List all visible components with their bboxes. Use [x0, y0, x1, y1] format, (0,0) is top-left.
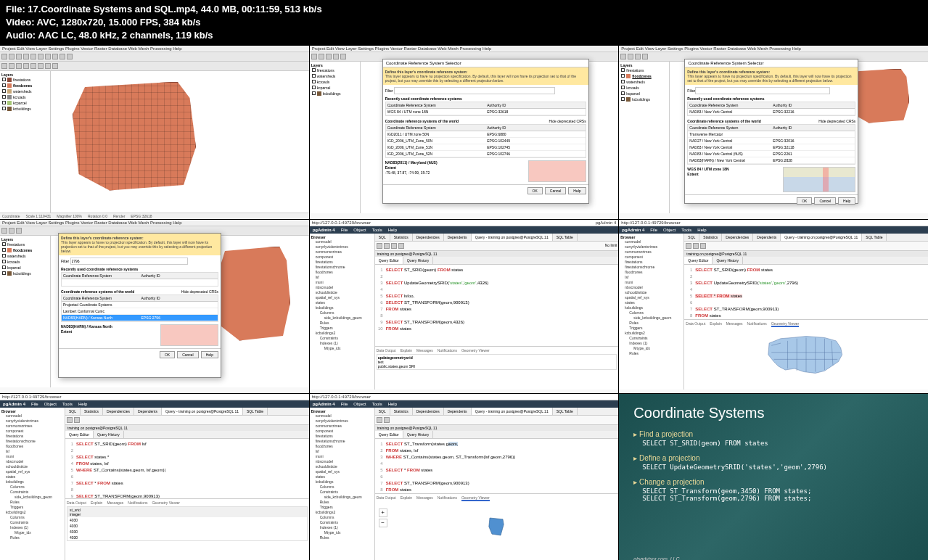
zoom-out-button[interactable]: − — [379, 519, 387, 527]
tab-deps[interactable]: Dependencies — [103, 408, 134, 415]
tree-item[interactable]: commonscrimes — [311, 424, 373, 429]
tree-item[interactable]: floodzones — [311, 444, 373, 449]
table-row[interactable]: IGD_2006_UTM_Zone_50NEPSG:102449 — [386, 138, 586, 144]
layer-item[interactable]: watersheds — [1, 253, 49, 259]
toolbar-icon[interactable] — [1, 63, 7, 69]
tab-history[interactable]: Query History — [94, 431, 124, 438]
tab-stats[interactable]: Statistics — [699, 234, 722, 241]
checkbox-icon[interactable] — [2, 248, 6, 252]
toolbar-icon[interactable] — [30, 63, 36, 69]
tree-item[interactable]: Indexes (1) — [1, 525, 63, 530]
toolbar-icon[interactable] — [30, 54, 36, 59]
tree-item[interactable]: commonscrimes — [620, 250, 682, 255]
layer-item[interactable]: floodzones — [620, 73, 668, 79]
layer-item[interactable]: watersheds — [1, 88, 49, 94]
tab-sqltable[interactable]: SQL Table — [243, 408, 268, 415]
tab-history[interactable]: Query History — [403, 431, 434, 438]
tab-editor[interactable]: Query Editor — [375, 431, 403, 438]
tree-item[interactable]: Columns — [311, 485, 373, 490]
menu-object[interactable]: Object — [353, 228, 366, 232]
world-crs-table[interactable]: Coordinate Reference SystemAuthority ID … — [687, 124, 855, 165]
tab-history[interactable]: Query History — [713, 257, 743, 264]
layers-panel[interactable]: Layers firestations floodzones watershed… — [0, 236, 51, 387]
tree-item[interactable]: Triggers — [311, 505, 373, 510]
tree-item[interactable]: lsf — [1, 449, 63, 454]
tree-item[interactable]: nbscmodel — [1, 459, 63, 464]
checkbox-icon[interactable] — [621, 68, 625, 72]
tree-item[interactable]: commonscrimes — [311, 250, 373, 255]
toolbar-icon[interactable] — [16, 54, 22, 59]
checkbox-icon[interactable] — [2, 260, 6, 263]
output-tab[interactable]: Data Output — [67, 501, 86, 505]
menu-object[interactable]: Object — [353, 402, 366, 406]
query-toolbar[interactable] — [375, 416, 619, 425]
cancel-button[interactable]: Cancel — [177, 351, 199, 358]
qgis-menubar[interactable]: Project Edit View Layer Settings Plugins… — [0, 46, 309, 52]
tree-item[interactable]: firestationschrome — [311, 265, 373, 270]
layer-item[interactable]: floodzones — [1, 247, 49, 253]
tab-query[interactable]: Query - training on postgres@PostgreSQL … — [472, 408, 553, 415]
tab-sql[interactable]: SQL — [684, 234, 699, 241]
filter-input[interactable] — [695, 87, 830, 94]
tree-item[interactable]: connrodel — [620, 239, 682, 244]
layer-item[interactable]: watersheds — [620, 79, 668, 85]
checkbox-icon[interactable] — [312, 80, 316, 83]
tree-item[interactable]: side_kcbuildings_geom — [620, 316, 682, 321]
table-row[interactable]: Lambert Conformal Conic — [62, 308, 218, 315]
toolbar-icon[interactable] — [67, 54, 73, 59]
tree-item[interactable]: Constraints — [620, 336, 682, 341]
output-tab[interactable]: Explain — [401, 495, 412, 501]
checkbox-icon[interactable] — [312, 91, 316, 95]
recent-crs-table[interactable]: Coordinate Reference SystemAuthority ID … — [687, 102, 855, 116]
toolbar-icon[interactable] — [1, 54, 7, 59]
layer-item[interactable]: kcparcel — [311, 85, 358, 91]
tree-item[interactable]: side_kcbuildings_geom — [311, 316, 373, 321]
checkbox-icon[interactable] — [312, 74, 316, 78]
tab-deps[interactable]: Dependencies — [413, 408, 444, 415]
layer-item[interactable]: kcroads — [620, 85, 668, 91]
toolbar-icon[interactable] — [45, 54, 51, 59]
tree-item[interactable]: componest — [311, 429, 373, 434]
layer-item[interactable]: kcroads — [1, 259, 49, 265]
query-toolbar[interactable] — [65, 416, 309, 425]
tree-item[interactable]: Constraints — [1, 490, 63, 495]
menu-file[interactable]: File — [341, 228, 348, 232]
output-tab[interactable]: Messages — [107, 501, 123, 505]
tab-editor[interactable]: Query Editor — [65, 431, 94, 438]
tree-item[interactable]: Columns — [311, 515, 373, 520]
checkbox-icon[interactable] — [2, 95, 6, 99]
tree-item[interactable]: Rules — [311, 500, 373, 505]
layers-panel[interactable]: Layers firestations floodzones watershed… — [0, 71, 51, 219]
tab-deps[interactable]: Dependencies — [413, 234, 444, 241]
table-row[interactable]: NAD83 / New York CentralEPSG:32216 — [688, 109, 855, 115]
tab-stats[interactable]: Statistics — [390, 234, 413, 241]
toolbar-icon[interactable] — [23, 54, 29, 59]
help-button[interactable]: Help — [838, 197, 855, 205]
sql-editor[interactable]: 1SELECT ST_SRID(geom) FROM states 2 3SEL… — [684, 265, 928, 319]
table-row[interactable]: Transverse Mercator — [688, 131, 855, 138]
checkbox-icon[interactable] — [2, 78, 6, 81]
toolbar-icon[interactable] — [9, 228, 15, 234]
checkbox-icon[interactable] — [621, 97, 625, 101]
layer-item[interactable]: kcparcel — [1, 265, 49, 271]
toolbar-icon[interactable] — [391, 243, 397, 249]
tree-item[interactable]: Triggers — [1, 505, 63, 510]
layer-item[interactable]: kcbuildings — [311, 91, 358, 96]
checkbox-icon[interactable] — [2, 89, 6, 93]
qgis-menubar[interactable]: Project Edit View Layer Settings Plugins… — [619, 46, 928, 52]
tree-item[interactable]: firestations — [311, 434, 373, 439]
tree-item[interactable]: conyrlyviolentcrimes — [620, 244, 682, 250]
output-tab[interactable]: Notifications — [128, 501, 147, 505]
tree-item[interactable]: conyrlyviolentcrimes — [311, 419, 373, 424]
tree-item[interactable]: spatial_ref_sys — [311, 469, 373, 474]
tree-item[interactable]: conyrlyviolentcrimes — [311, 244, 373, 250]
table-row[interactable]: NAD83 / New York Central (ftUS)EPSG:2261 — [688, 151, 855, 157]
toolbar-icon[interactable] — [700, 243, 706, 249]
crs-selector-dialog[interactable]: Coordinate Reference System Selector Def… — [684, 59, 858, 204]
tab-sqltable[interactable]: SQL Table — [553, 234, 578, 241]
checkbox-icon[interactable] — [621, 80, 625, 83]
menu-help[interactable]: Help — [78, 402, 87, 406]
tree-item[interactable]: muni — [311, 454, 373, 459]
layers-panel[interactable]: Layers firestations floodzones watershed… — [619, 62, 670, 213]
checkbox-icon[interactable] — [2, 271, 6, 275]
